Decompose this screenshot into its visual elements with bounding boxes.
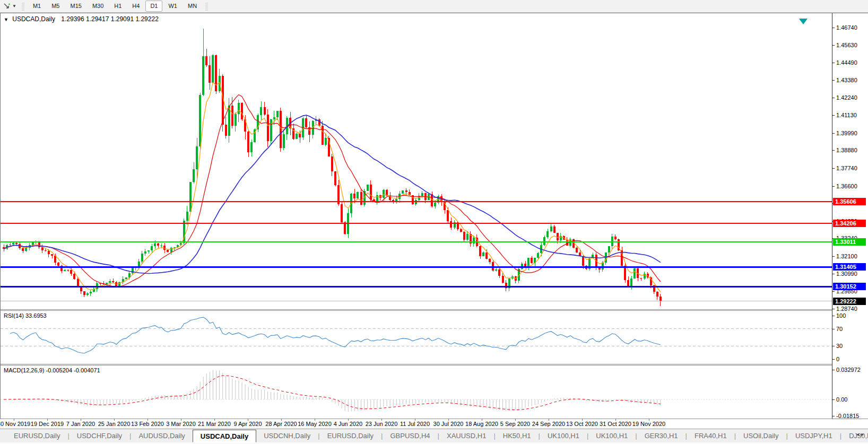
date-axis-label: 16 May 2020 bbox=[298, 421, 332, 427]
chart-bottom-border bbox=[0, 419, 868, 419]
rsi-axis-label: 30 bbox=[836, 343, 843, 349]
price-axis-label: 1.44490 bbox=[836, 59, 857, 66]
axis-tick bbox=[832, 370, 835, 370]
tab-scroll-right-icon[interactable]: ▸ bbox=[861, 431, 866, 437]
axis-tick bbox=[832, 150, 835, 151]
chart-shift-marker-icon bbox=[799, 19, 808, 24]
price-axis-label: 1.32100 bbox=[836, 253, 857, 259]
price-tag-1.30152: 1.30152 bbox=[833, 283, 866, 290]
rsi-label: RSI(14) 33.6953 bbox=[4, 312, 47, 319]
toolbar-grip bbox=[22, 2, 24, 11]
date-axis-label: 30 Jul 2020 bbox=[433, 421, 464, 427]
timeframe-button-d1[interactable]: D1 bbox=[145, 1, 162, 12]
toolbar-grip bbox=[205, 2, 208, 11]
macd-axis-label: 0.00 bbox=[836, 396, 847, 403]
axis-tick bbox=[832, 133, 835, 134]
date-axis-label: 28 Apr 2020 bbox=[265, 421, 297, 427]
chart-tab-gbpusd-h4[interactable]: GBPUSD,H4 bbox=[383, 429, 437, 442]
timeframe-button-h4[interactable]: H4 bbox=[127, 1, 144, 12]
axis-tick bbox=[832, 28, 835, 28]
chart-tab-xauusd-h1[interactable]: XAUUSD,H1 bbox=[439, 429, 493, 442]
price-tag-1.34206: 1.34206 bbox=[833, 220, 866, 227]
date-axis-label: 24 Sep 2020 bbox=[532, 421, 565, 427]
chart-tab-usoil-daily[interactable]: USOil,Daily bbox=[736, 429, 786, 442]
timeframe-button-w1[interactable]: W1 bbox=[163, 1, 182, 12]
axis-tick bbox=[832, 291, 835, 292]
axis-tick bbox=[832, 115, 835, 116]
macd-axis-label: 0.032972 bbox=[836, 367, 861, 373]
chevron-down-icon[interactable]: ▼ bbox=[12, 4, 16, 8]
chart-tab-uk100-h1[interactable]: UK100,H1 bbox=[588, 429, 635, 442]
chart-tab-ger30-h1[interactable]: GER30,H1 bbox=[637, 429, 685, 442]
main-chart-canvas[interactable] bbox=[1, 13, 832, 309]
date-axis[interactable]: 30 Nov 201919 Dec 20197 Jan 202025 Jan 2… bbox=[0, 420, 868, 428]
rsi-axis-label: 100 bbox=[836, 312, 846, 319]
price-axis-label: 1.46740 bbox=[836, 24, 857, 31]
chart-tab-usdjpy-h1[interactable]: USDJPY,H1 bbox=[788, 429, 840, 442]
price-axis[interactable]: 1.467401.456301.444901.433801.422401.411… bbox=[832, 13, 868, 419]
chart-tab-usdcad-daily[interactable]: USDCAD,Daily bbox=[193, 430, 256, 442]
tab-scroll-arrows[interactable]: ◂▸ bbox=[856, 431, 866, 437]
axis-tick bbox=[832, 346, 835, 346]
chart-header: ▼ USDCAD,Daily 1.29396 1.29417 1.29091 1… bbox=[4, 15, 159, 23]
chart-tab-uk100-h1[interactable]: UK100,H1 bbox=[540, 429, 587, 442]
tab-scroll-left-icon[interactable]: ◂ bbox=[856, 431, 861, 437]
date-axis-label: 4 Jun 2020 bbox=[334, 421, 362, 427]
date-axis-label: 5 Sep 2020 bbox=[500, 421, 530, 427]
axis-tick bbox=[832, 186, 835, 187]
date-axis-label: 19 Nov 2020 bbox=[632, 421, 665, 427]
rsi-line bbox=[10, 317, 661, 353]
axis-tick bbox=[832, 309, 835, 309]
date-axis-label: 23 Jun 2020 bbox=[366, 421, 398, 427]
rsi-panel-canvas[interactable] bbox=[1, 311, 832, 364]
chart-tool-icon[interactable] bbox=[2, 2, 12, 11]
axis-tick bbox=[832, 316, 835, 316]
price-axis-label: 1.41130 bbox=[836, 112, 857, 118]
timeframe-button-m30[interactable]: M30 bbox=[88, 1, 108, 12]
date-axis-label: 13 Feb 2020 bbox=[131, 421, 164, 427]
date-axis-label: 31 Oct 2020 bbox=[600, 421, 631, 427]
price-axis-label: 1.36600 bbox=[836, 183, 857, 189]
axis-tick bbox=[832, 98, 835, 98]
chart-tab-hk50-h1[interactable]: HK50,H1 bbox=[496, 429, 539, 442]
chart-tab-fra40-h1[interactable]: FRA40,H1 bbox=[687, 429, 734, 442]
date-axis-label: 25 Jan 2020 bbox=[98, 421, 131, 427]
chart-tab-usdcnh-daily[interactable]: USDCNH,Daily bbox=[256, 429, 318, 442]
date-axis-label: 21 Mar 2020 bbox=[198, 421, 231, 427]
price-tag-1.33011: 1.33011 bbox=[833, 238, 866, 246]
timeframe-button-m1[interactable]: M1 bbox=[28, 1, 46, 12]
price-axis-label: 1.28740 bbox=[836, 306, 857, 312]
chart-tab-eurusd-daily[interactable]: EURUSD,Daily bbox=[320, 429, 381, 442]
timeframe-button-m5[interactable]: M5 bbox=[47, 1, 64, 12]
timeframe-button-mn[interactable]: MN bbox=[183, 1, 202, 12]
axis-tick bbox=[832, 80, 835, 81]
price-axis-label: 1.38880 bbox=[836, 147, 857, 153]
date-axis-label: 30 Nov 2019 bbox=[0, 421, 30, 427]
axis-tick bbox=[832, 63, 835, 63]
chart-symbol-label: USDCAD,Daily bbox=[12, 15, 55, 23]
axis-tick bbox=[832, 45, 835, 46]
axis-tick bbox=[832, 329, 835, 329]
macd-panel-canvas[interactable] bbox=[1, 365, 832, 419]
date-axis-label: 7 Jan 2020 bbox=[66, 421, 95, 427]
date-axis-label: 18 Aug 2020 bbox=[465, 421, 498, 427]
chart-tab-audusd-daily[interactable]: AUDUSD,Daily bbox=[131, 429, 192, 442]
macd-signal-line bbox=[4, 376, 661, 410]
price-axis-label: 1.39990 bbox=[836, 130, 857, 136]
date-axis-label: 9 Apr 2020 bbox=[233, 421, 262, 427]
date-axis-label: 3 Mar 2020 bbox=[166, 421, 196, 427]
rsi-axis-label: 70 bbox=[836, 326, 843, 332]
ema5-line bbox=[4, 82, 661, 292]
timeframe-button-h1[interactable]: H1 bbox=[109, 1, 126, 12]
chart-tab-usdchf-daily[interactable]: USDCHF,Daily bbox=[70, 429, 129, 442]
collapse-triangle-icon[interactable]: ▼ bbox=[4, 17, 8, 22]
price-tag-1.35606: 1.35606 bbox=[833, 198, 866, 205]
price-axis-label: 1.43380 bbox=[836, 77, 857, 83]
chart-tab-bar: EURUSD,Daily|USDCHF,Daily|AUDUSD,DailyUS… bbox=[0, 429, 868, 442]
mt4-window: ▼ M1M5M15M30H1H4D1W1MN ▼ USDCAD,Daily 1.… bbox=[0, 0, 868, 444]
axis-tick bbox=[832, 168, 835, 169]
axis-tick bbox=[832, 256, 835, 257]
chart-tab-eurusd-daily[interactable]: EURUSD,Daily bbox=[6, 429, 67, 442]
timeframe-button-m15[interactable]: M15 bbox=[65, 1, 86, 12]
sma13-line bbox=[4, 94, 661, 287]
